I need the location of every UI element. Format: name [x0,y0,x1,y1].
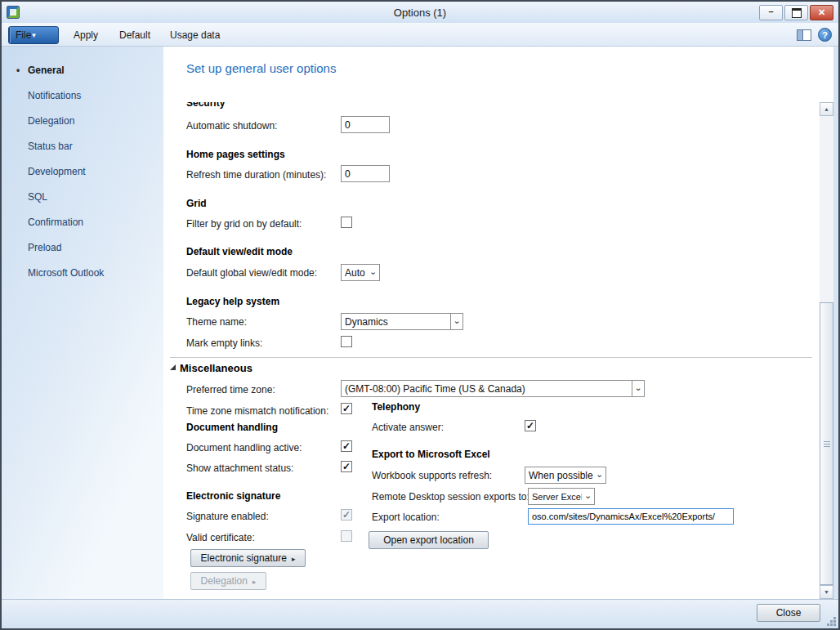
window-title: Options (1) [2,7,838,19]
close-button[interactable]: Close [757,604,820,622]
scroll-down-icon[interactable] [820,585,833,599]
workbook-refresh-select[interactable]: When possible [525,467,606,484]
chevron-down-icon [632,381,644,396]
remote-desktop-exports-label: Remote Desktop session exports to: [372,491,529,503]
menu-item-default[interactable]: Default [111,26,159,44]
document-handling-active-label: Document handling active: [186,442,302,454]
menu-bar: File Apply Default Usage data [2,23,838,47]
remote-desktop-exports-select[interactable]: Server Excel [528,488,595,505]
theme-name-select[interactable]: Dynamics [341,313,463,330]
chevron-down-icon [582,495,594,498]
section-header-miscellaneous: Miscellaneous [180,362,252,374]
menu-item-apply[interactable]: Apply [65,26,106,44]
section-header-export-excel: Export to Microsoft Excel [372,449,490,460]
document-handling-active-checkbox[interactable] [341,440,352,452]
mark-empty-links-checkbox[interactable] [341,336,352,347]
signature-enabled-checkbox [341,509,352,521]
collapse-indicator-icon[interactable] [170,364,176,370]
minimize-button[interactable] [759,5,783,20]
refresh-duration-label: Refresh time duration (minutes): [186,169,326,181]
open-export-location-button[interactable]: Open export location [369,531,489,549]
workbook-refresh-label: Workbook supports refresh: [372,470,492,481]
section-header-security: Security [186,102,225,109]
export-location-input[interactable] [528,508,734,525]
valid-certificate-checkbox [341,530,352,542]
workbook-refresh-value: When possible [525,470,593,481]
sidebar-item-confirmation[interactable]: Confirmation [2,210,163,235]
sidebar-item-status-bar[interactable]: Status bar [2,134,163,159]
body: General Notifications Delegation Status … [2,47,838,599]
resize-grip[interactable] [827,617,837,627]
sidebar-item-sql[interactable]: SQL [2,185,163,210]
theme-name-value: Dynamics [342,316,450,328]
automatic-shutdown-label: Automatic shutdown: [186,120,277,132]
preferred-time-zone-select[interactable]: (GMT-08:00) Pacific Time (US & Canada) [341,380,645,397]
section-header-grid: Grid [186,198,207,209]
theme-name-label: Theme name: [186,316,247,328]
time-zone-mismatch-label: Time zone mismatch notification: [186,405,328,417]
delegation-button: Delegation [190,572,266,590]
export-location-label: Export location: [372,512,440,523]
menu-arrow-icon [292,552,296,564]
chevron-down-icon [593,474,605,477]
electronic-signature-button[interactable]: Electronic signature [190,549,306,567]
title-bar: Options (1) [2,2,838,23]
preferred-time-zone-label: Preferred time zone: [186,384,275,395]
maximize-button[interactable] [784,5,808,20]
section-divider [170,357,812,358]
valid-certificate-label: Valid certificate: [186,532,255,543]
file-menu-label: File [9,29,38,41]
sidebar-item-preload[interactable]: Preload [2,235,163,261]
help-icon[interactable] [818,28,832,42]
section-header-document-handling: Document handling [186,422,278,433]
page-title: Set up general user options [186,61,336,75]
menu-arrow-icon [252,575,257,587]
open-export-location-label: Open export location [383,534,474,546]
section-header-electronic-signature: Electronic signature [186,490,280,502]
mark-empty-links-label: Mark empty links: [186,337,262,349]
sidebar: General Notifications Delegation Status … [2,47,163,599]
automatic-shutdown-input[interactable] [341,116,390,133]
menu-item-usage-data[interactable]: Usage data [162,26,228,44]
chevron-down-icon [450,314,462,329]
view-mode-label: Default global view/edit mode: [186,267,317,279]
file-menu-button[interactable]: File [8,26,59,44]
filter-by-grid-label: Filter by grid on by default: [186,218,302,230]
sidebar-item-notifications[interactable]: Notifications [2,83,163,109]
preferred-time-zone-value: (GMT-08:00) Pacific Time (US & Canada) [342,383,632,395]
delegation-button-label: Delegation [201,575,248,587]
section-header-legacy-help: Legacy help system [186,296,279,307]
time-zone-mismatch-checkbox[interactable] [341,403,352,414]
filter-by-grid-checkbox[interactable] [341,217,352,228]
activate-answer-checkbox[interactable] [525,420,536,431]
refresh-duration-input[interactable] [341,165,390,182]
sidebar-item-delegation[interactable]: Delegation [2,109,163,134]
menu-right-icons [797,28,832,42]
scrollbar-thumb[interactable] [820,302,833,585]
chevron-down-icon [367,271,379,275]
content-panel: Set up general user options Security Aut… [163,47,833,599]
sidebar-item-general[interactable]: General [2,58,163,83]
show-attachment-status-checkbox[interactable] [341,461,352,472]
section-header-home-pages: Home pages settings [186,149,285,160]
options-window: Options (1) File Apply Default Usage dat… [0,0,840,630]
activate-answer-label: Activate answer: [372,422,444,433]
scroll-up-icon[interactable] [820,102,833,116]
close-button-label: Close [776,607,802,619]
form-scroll-area: Security Automatic shutdown: Home pages … [163,102,820,599]
view-mode-value: Auto [342,267,367,279]
signature-enabled-label: Signature enabled: [186,511,269,522]
window-controls [759,5,833,20]
close-window-button[interactable] [810,5,833,20]
window-layout-icon[interactable] [797,29,811,41]
sidebar-item-development[interactable]: Development [2,159,163,185]
vertical-scrollbar[interactable] [820,102,833,599]
sidebar-item-microsoft-outlook[interactable]: Microsoft Outlook [2,261,163,286]
show-attachment-status-label: Show attachment status: [186,462,293,474]
footer-bar: Close [2,599,838,628]
section-header-view-mode: Default view/edit mode [186,246,293,257]
electronic-signature-button-label: Electronic signature [201,552,287,564]
section-header-telephony: Telephony [372,401,420,413]
view-mode-select[interactable]: Auto [341,264,380,281]
remote-desktop-exports-value: Server Excel [529,492,582,502]
